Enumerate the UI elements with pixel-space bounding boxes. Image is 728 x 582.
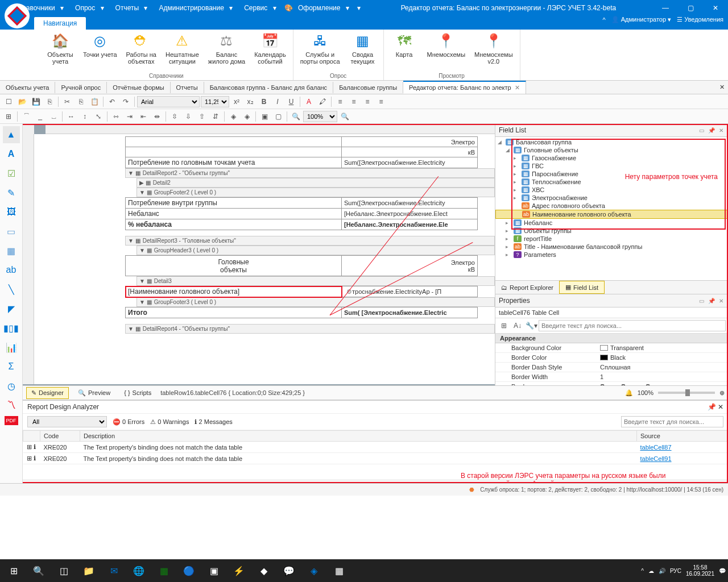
tray-expand-icon[interactable]: ^ bbox=[641, 568, 644, 574]
cell-selected-formula[interactable]: ⚙троснабжение.ElectricityAp - [П bbox=[342, 286, 478, 297]
tray-volume-icon[interactable]: 🔊 bbox=[659, 568, 665, 574]
band-detail2[interactable]: ▶ ▦ Detail2 bbox=[136, 178, 495, 188]
analyzer-search[interactable] bbox=[621, 416, 723, 427]
doc-tab[interactable]: Ручной опрос bbox=[55, 82, 107, 93]
redo-icon[interactable]: ↷ bbox=[119, 95, 132, 108]
tree-ГВС[interactable]: ▸▦ГВС bbox=[495, 162, 728, 170]
cell-itogo[interactable]: Итого bbox=[126, 307, 342, 318]
analyzer-row[interactable]: ⊞ ℹXRE020The Text property's binding doe… bbox=[23, 442, 728, 453]
checkbox-tool[interactable]: ☑ bbox=[3, 165, 20, 182]
band-detail3[interactable]: ▼ ▦ Detail3 bbox=[136, 276, 495, 286]
excel-icon[interactable]: ▦ bbox=[152, 559, 175, 582]
menu-service[interactable]: Сервис ▾ bbox=[237, 2, 279, 14]
tree-Объекты группы[interactable]: ▸▦Объекты группы bbox=[495, 227, 728, 235]
ribbon-Объекты-учета[interactable]: 🏠Объектыучета bbox=[42, 30, 78, 72]
search-icon[interactable]: 🔍 bbox=[27, 559, 50, 582]
hspace-dec-icon[interactable]: ⇤ bbox=[137, 110, 150, 123]
band-groupfooter3[interactable]: ▼ ▦ GroupFooter3 ( Level 0 ) bbox=[136, 297, 495, 307]
ribbon-Нештатные-ситуации[interactable]: ⚠Нештатныеситуации bbox=[161, 30, 204, 72]
grid-icon[interactable]: ⊞ bbox=[2, 110, 15, 123]
align-left-icon[interactable]: ≡ bbox=[334, 95, 346, 108]
explorer-icon[interactable]: 📁 bbox=[77, 559, 100, 582]
align-right-icon[interactable]: ≡ bbox=[361, 95, 374, 108]
app4-icon[interactable]: ▦ bbox=[328, 559, 350, 582]
zoom-plus-icon[interactable]: ⊕ bbox=[719, 389, 725, 397]
cell-itogo-formula[interactable]: Sum( [Электроснабжение.Electric bbox=[342, 307, 478, 318]
taskview-icon[interactable]: ◫ bbox=[52, 559, 75, 582]
tree-Электроснабжение[interactable]: ▸▦Электроснабжение bbox=[495, 194, 728, 202]
messages-count[interactable]: ℹ 2 Messages bbox=[195, 418, 232, 426]
start-button[interactable]: ⊞ bbox=[2, 559, 25, 582]
tree-Небаланс[interactable]: ▸▦Небаланс bbox=[495, 219, 728, 227]
cell-consumption-head[interactable]: Потребление по головным точкам учета bbox=[126, 157, 342, 168]
tray-lang[interactable]: РУС bbox=[670, 568, 681, 574]
align-middle-icon[interactable]: ⎯ bbox=[34, 110, 46, 123]
hspace-rem-icon[interactable]: ⇹ bbox=[151, 110, 163, 123]
gauge-tool[interactable]: ◷ bbox=[3, 377, 20, 394]
cell-consumption-head-formula[interactable]: Sum([Электроснабжение.Electricity bbox=[342, 157, 478, 168]
app3-icon[interactable]: ◆ bbox=[253, 559, 275, 582]
panel-controls[interactable]: ▭ 📌 ✕ bbox=[699, 127, 725, 134]
send-back-icon[interactable]: ▢ bbox=[272, 110, 284, 123]
align-top-icon[interactable]: ⎴ bbox=[20, 110, 32, 123]
user-menu[interactable]: 👤 Администратор ▾ bbox=[611, 16, 672, 23]
saveall-icon[interactable]: ⎘ bbox=[43, 95, 56, 108]
band-detailreport2[interactable]: ▼ ▦ DetailReport2 - "Объекты группы" bbox=[125, 168, 495, 178]
prop-alpha-icon[interactable]: A↓ bbox=[511, 319, 524, 332]
size-width-icon[interactable]: ↔ bbox=[65, 110, 77, 123]
tab-designer[interactable]: ✎ Designer bbox=[26, 387, 69, 399]
band-detailreport3[interactable]: ▼ ▦ DetailReport3 - "Головные объекты" bbox=[125, 236, 495, 246]
vspace-rem-icon[interactable]: ⇵ bbox=[209, 110, 222, 123]
tree-Балансовая группа[interactable]: ◢▦Балансовая группа bbox=[495, 138, 728, 146]
barcode-tool[interactable]: ▮▯▮ bbox=[3, 319, 20, 336]
col-description[interactable]: Description bbox=[80, 431, 637, 442]
save-icon[interactable]: 💾 bbox=[30, 95, 42, 108]
ribbon-collapse-icon[interactable]: ^ bbox=[602, 16, 605, 23]
font-size-select[interactable]: 11,25 bbox=[201, 96, 229, 107]
edge-icon[interactable]: 🌐 bbox=[127, 559, 150, 582]
report-canvas[interactable]: Электро кВ Потребление по головным точка… bbox=[34, 134, 495, 384]
tree-Газоснабжение[interactable]: ▸▦Газоснабжение bbox=[495, 154, 728, 162]
doc-tab[interactable]: Отчеты bbox=[171, 82, 204, 93]
ribbon-Мнемосхемы-v2.0[interactable]: 📍Мнемосхемыv2.0 bbox=[470, 30, 518, 72]
bell-icon[interactable]: 🔔 bbox=[625, 389, 633, 397]
nav-tab-navigation[interactable]: Навигация bbox=[34, 17, 86, 30]
maximize-button[interactable]: ▢ bbox=[678, 1, 703, 15]
close-button[interactable]: ✕ bbox=[703, 1, 728, 15]
bring-front-icon[interactable]: ▣ bbox=[258, 110, 271, 123]
underline-icon[interactable]: U bbox=[285, 95, 297, 108]
sparkline-tool[interactable]: 〽 bbox=[3, 397, 20, 414]
superscript-icon[interactable]: x² bbox=[230, 95, 243, 108]
copy-icon[interactable]: ⎘ bbox=[75, 95, 87, 108]
chart-tool[interactable]: 📊 bbox=[3, 339, 20, 356]
cell-head-objects[interactable]: Головные объекты bbox=[126, 256, 342, 276]
menu-otchety[interactable]: Отчеты ▾ bbox=[109, 2, 151, 14]
cell-unbalance[interactable]: Небаланс bbox=[126, 209, 342, 219]
tab-rda[interactable]: 📋 Report Design Analyzer bbox=[89, 483, 175, 483]
open-icon[interactable]: 📂 bbox=[16, 95, 28, 108]
center-v-icon[interactable]: ◈ bbox=[241, 110, 253, 123]
analyzer-row[interactable]: ⊞ ℹXRE020The Text property's binding doe… bbox=[23, 453, 728, 464]
doc-tab[interactable]: Балансовая группа - Баланс для баланс bbox=[204, 82, 333, 93]
richtext-tool[interactable]: ✎ bbox=[3, 184, 20, 201]
vspace-dec-icon[interactable]: ⇧ bbox=[196, 110, 208, 123]
fontcolor-icon[interactable]: A bbox=[303, 95, 315, 108]
prop-categorized-icon[interactable]: ⊞ bbox=[498, 319, 510, 332]
band-groupfooter2[interactable]: ▼ ▦ GroupFooter2 ( Level 0 ) bbox=[136, 188, 495, 197]
bold-icon[interactable]: B bbox=[258, 95, 270, 108]
align-justify-icon[interactable]: ≡ bbox=[375, 95, 387, 108]
cell-consumption-inner-formula[interactable]: Sum([Электроснабжение.Electricity bbox=[342, 198, 478, 209]
cell-kv-header[interactable]: кВ bbox=[342, 147, 478, 157]
menu-theme[interactable]: 🎨 Оформление ▾ bbox=[281, 2, 353, 14]
analyzer-filter-select[interactable]: All bbox=[27, 416, 107, 427]
vspace-eq-icon[interactable]: ⇳ bbox=[168, 110, 181, 123]
properties-search[interactable] bbox=[539, 320, 726, 331]
hspace-inc-icon[interactable]: ⇥ bbox=[123, 110, 136, 123]
picture-tool[interactable]: 🖼 bbox=[3, 203, 20, 221]
italic-icon[interactable]: I bbox=[271, 95, 284, 108]
pointer-tool[interactable]: ▲ bbox=[3, 126, 20, 143]
app1-icon[interactable]: ▣ bbox=[202, 559, 225, 582]
shape-tool[interactable]: ◤ bbox=[3, 300, 20, 317]
label-tool[interactable]: A bbox=[3, 146, 20, 163]
sum-tool[interactable]: Σ bbox=[3, 358, 20, 375]
